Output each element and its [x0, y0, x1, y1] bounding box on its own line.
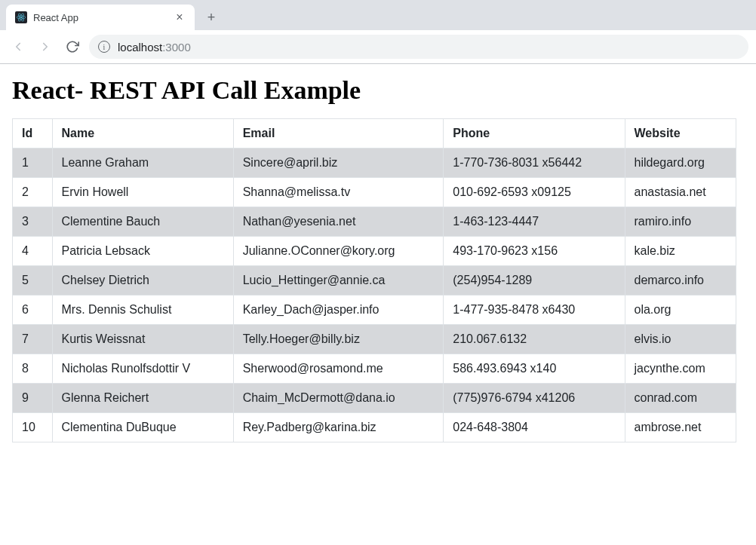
cell-phone: 586.493.6943 x140 — [444, 354, 625, 384]
cell-email: Telly.Hoeger@billy.biz — [233, 325, 444, 354]
cell-website: elvis.io — [625, 325, 736, 354]
cell-name: Chelsey Dietrich — [52, 266, 233, 295]
table-row: 2Ervin HowellShanna@melissa.tv010-692-65… — [13, 178, 736, 207]
cell-website: ola.org — [625, 295, 736, 325]
col-phone: Phone — [444, 119, 625, 148]
page-content: React- REST API Call Example Id Name Ema… — [0, 64, 756, 455]
cell-phone: 024-648-3804 — [444, 413, 625, 442]
url-host: localhost — [118, 41, 162, 54]
cell-phone: 1-477-935-8478 x6430 — [444, 295, 625, 325]
cell-name: Leanne Graham — [52, 148, 233, 178]
cell-website: demarco.info — [625, 266, 736, 295]
col-id: Id — [13, 119, 53, 148]
cell-website: hildegard.org — [625, 148, 736, 178]
new-tab-button[interactable]: + — [201, 7, 222, 28]
reload-button[interactable] — [62, 36, 83, 57]
cell-website: ramiro.info — [625, 207, 736, 237]
col-email: Email — [233, 119, 444, 148]
table-row: 6Mrs. Dennis SchulistKarley_Dach@jasper.… — [13, 295, 736, 325]
site-info-icon[interactable]: i — [98, 41, 110, 53]
cell-email: Rey.Padberg@karina.biz — [233, 413, 444, 442]
cell-email: Nathan@yesenia.net — [233, 207, 444, 237]
table-row: 8Nicholas Runolfsdottir VSherwood@rosamo… — [13, 354, 736, 384]
forward-button[interactable] — [35, 36, 56, 57]
url-text: localhost:3000 — [118, 41, 191, 54]
table-row: 1Leanne GrahamSincere@april.biz1-770-736… — [13, 148, 736, 178]
cell-phone: 210.067.6132 — [444, 325, 625, 354]
browser-tab[interactable]: React App × — [6, 5, 195, 30]
table-row: 3Clementine BauchNathan@yesenia.net1-463… — [13, 207, 736, 237]
svg-point-0 — [20, 17, 22, 18]
cell-id: 8 — [13, 354, 53, 384]
cell-id: 4 — [13, 237, 53, 266]
url-port: :3000 — [162, 41, 191, 54]
tab-bar: React App × + — [0, 0, 756, 30]
address-bar[interactable]: i localhost:3000 — [89, 35, 748, 59]
cell-website: ambrose.net — [625, 413, 736, 442]
cell-email: Lucio_Hettinger@annie.ca — [233, 266, 444, 295]
cell-name: Patricia Lebsack — [52, 237, 233, 266]
cell-name: Ervin Howell — [52, 178, 233, 207]
cell-email: Julianne.OConner@kory.org — [233, 237, 444, 266]
cell-id: 5 — [13, 266, 53, 295]
table-header-row: Id Name Email Phone Website — [13, 119, 736, 148]
back-button[interactable] — [8, 36, 29, 57]
table-row: 5Chelsey DietrichLucio_Hettinger@annie.c… — [13, 266, 736, 295]
cell-phone: (775)976-6794 x41206 — [444, 384, 625, 413]
cell-email: Shanna@melissa.tv — [233, 178, 444, 207]
cell-name: Clementina DuBuque — [52, 413, 233, 442]
cell-id: 6 — [13, 295, 53, 325]
page-title: React- REST API Call Example — [12, 76, 744, 105]
cell-email: Sherwood@rosamond.me — [233, 354, 444, 384]
cell-name: Glenna Reichert — [52, 384, 233, 413]
cell-name: Kurtis Weissnat — [52, 325, 233, 354]
react-favicon-icon — [15, 11, 27, 23]
browser-chrome: React App × + i localhost:3000 — [0, 0, 756, 64]
cell-website: conrad.com — [625, 384, 736, 413]
col-name: Name — [52, 119, 233, 148]
table-row: 4Patricia LebsackJulianne.OConner@kory.o… — [13, 237, 736, 266]
close-icon[interactable]: × — [174, 11, 186, 23]
cell-email: Karley_Dach@jasper.info — [233, 295, 444, 325]
users-table: Id Name Email Phone Website 1Leanne Grah… — [12, 118, 736, 442]
cell-phone: 1-770-736-8031 x56442 — [444, 148, 625, 178]
cell-id: 9 — [13, 384, 53, 413]
cell-name: Clementine Bauch — [52, 207, 233, 237]
table-row: 10Clementina DuBuqueRey.Padberg@karina.b… — [13, 413, 736, 442]
cell-id: 3 — [13, 207, 53, 237]
browser-toolbar: i localhost:3000 — [0, 30, 756, 63]
cell-website: jacynthe.com — [625, 354, 736, 384]
cell-website: kale.biz — [625, 237, 736, 266]
cell-id: 2 — [13, 178, 53, 207]
table-row: 9Glenna ReichertChaim_McDermott@dana.io(… — [13, 384, 736, 413]
table-row: 7Kurtis WeissnatTelly.Hoeger@billy.biz21… — [13, 325, 736, 354]
cell-name: Mrs. Dennis Schulist — [52, 295, 233, 325]
cell-website: anastasia.net — [625, 178, 736, 207]
cell-id: 1 — [13, 148, 53, 178]
cell-phone: 010-692-6593 x09125 — [444, 178, 625, 207]
cell-phone: (254)954-1289 — [444, 266, 625, 295]
cell-id: 10 — [13, 413, 53, 442]
cell-id: 7 — [13, 325, 53, 354]
cell-name: Nicholas Runolfsdottir V — [52, 354, 233, 384]
cell-phone: 1-463-123-4447 — [444, 207, 625, 237]
col-website: Website — [625, 119, 736, 148]
cell-email: Sincere@april.biz — [233, 148, 444, 178]
cell-phone: 493-170-9623 x156 — [444, 237, 625, 266]
tab-title: React App — [33, 12, 167, 23]
cell-email: Chaim_McDermott@dana.io — [233, 384, 444, 413]
